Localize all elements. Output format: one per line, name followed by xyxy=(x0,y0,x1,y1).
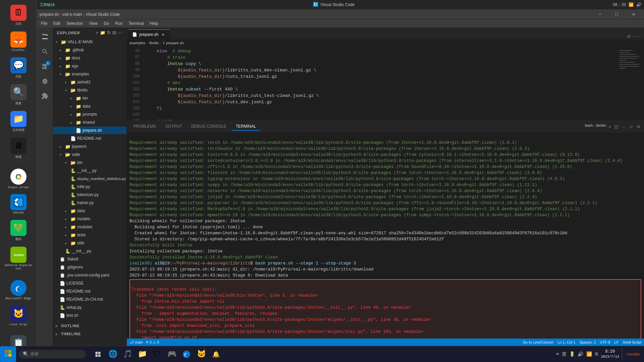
new-terminal-icon[interactable]: + xyxy=(608,123,612,130)
tree-item-pre-commit[interactable]: 📋 .pre-commit-config.yaml xyxy=(53,271,126,279)
menu-go[interactable]: Go xyxy=(101,20,112,26)
taskbar-games[interactable]: 🎮 xyxy=(165,348,178,361)
tree-item-aishell1[interactable]: ▸ 📁 aishell1 xyxy=(53,78,126,86)
terminal-area[interactable]: Requirement already satisfied: torch in … xyxy=(127,132,644,339)
tab-terminal[interactable]: TERMINAL xyxy=(232,123,260,131)
tree-item-prompts[interactable]: ▸ 📁 prompts xyxy=(53,110,126,118)
terminal-more-icon[interactable]: ··· xyxy=(621,123,627,130)
close-button[interactable]: ✕ xyxy=(626,9,641,19)
new-file-icon[interactable]: + xyxy=(96,30,99,35)
status-lang[interactable]: Shell Script xyxy=(623,340,641,344)
tree-item-modules[interactable]: ▸ 📁 modules xyxy=(53,223,126,231)
activity-debug[interactable] xyxy=(38,74,52,88)
tree-item-github[interactable]: ▸ 📁 .github xyxy=(53,46,126,54)
dock-item-terminal[interactable]: 🖥 终端 xyxy=(3,136,34,161)
tree-item-valle-init[interactable]: 🐍 __init__.py xyxy=(53,247,126,255)
breadcrumb-libritts[interactable]: libritts xyxy=(149,41,159,45)
collapse-all-icon[interactable]: ⊟ xyxy=(112,30,116,35)
taskbar-security[interactable]: 🛡 xyxy=(150,348,164,361)
status-errors[interactable]: ✕ 0 ⚠ 0 xyxy=(146,340,159,345)
tree-item-prepare-sh[interactable]: ▸ 📄 prepare.sh xyxy=(53,126,126,134)
tree-item-models[interactable]: ▸ 📁 models xyxy=(53,215,126,223)
tree-item-gitignore[interactable]: 📋 .gitignore xyxy=(53,263,126,271)
taskbar-start-button[interactable] xyxy=(0,346,16,362)
activity-explorer[interactable] xyxy=(38,30,52,44)
split-terminal-icon[interactable]: ⊡ xyxy=(614,123,619,130)
tree-item-tests[interactable]: ▸ 📁 tests xyxy=(53,231,126,239)
tree-item-ljspeech[interactable]: ▸ 📁 ljspeech xyxy=(53,142,126,150)
breadcrumb-examples[interactable]: examples xyxy=(129,41,145,45)
taskbar-edge[interactable]: 🌐 xyxy=(106,348,119,361)
tree-item-examples[interactable]: ▾ 📂 examples xyxy=(53,70,126,78)
breadcrumb-prepare[interactable]: prepare.sh xyxy=(166,41,184,45)
tree-item-libritts[interactable]: ▾ 📂 libritts xyxy=(53,86,126,94)
dock-item-clash[interactable]: 🐱 clash Verge xyxy=(3,304,34,328)
status-spaces[interactable]: Spaces: 2 xyxy=(579,340,596,344)
maximize-button[interactable]: □ xyxy=(609,9,625,19)
tree-item-valle-main[interactable]: ▾ 📂 VALL-E-MAIN xyxy=(53,38,126,46)
tab-debug-console[interactable]: DEBUG CONSOLE xyxy=(187,123,230,131)
more-icon[interactable]: ··· xyxy=(118,30,122,35)
tree-item-egs[interactable]: ▸ 📁 egs xyxy=(53,62,126,70)
menu-help[interactable]: Help xyxy=(147,20,161,26)
maximize-panel-icon[interactable]: ⤢ xyxy=(629,123,634,130)
tree-item-valle[interactable]: ▾ 📂 valle xyxy=(53,150,126,159)
tab-prepare-sh[interactable]: 📄 prepare.sh ✕ xyxy=(128,29,170,39)
menu-edit[interactable]: Edit xyxy=(51,20,63,26)
dock-item-calendar[interactable]: 🗓 日历 xyxy=(3,3,34,28)
taskbar-clash[interactable]: 🐱 xyxy=(195,348,208,361)
more-actions-icon[interactable]: ··· xyxy=(632,34,640,39)
taskbar-file-explorer[interactable]: 📁 xyxy=(136,348,149,361)
tree-item-valle-bin[interactable]: ▾ 📂 bin xyxy=(53,159,126,167)
dock-item-edge[interactable]: Microsoft Edge xyxy=(3,278,34,302)
tree-item-utils[interactable]: ▸ 📁 utils xyxy=(53,239,126,247)
tree-item-docs[interactable]: ▸ 📁 docs xyxy=(53,54,126,62)
taskbar-notification[interactable]: 🔔 xyxy=(209,348,223,361)
dock-item-nvidia[interactable]: NVIDIA GeForce Experience xyxy=(3,245,34,273)
tree-item-license[interactable]: 📄 LICENSE xyxy=(53,279,126,287)
close-panel-icon[interactable]: ✕ xyxy=(636,123,641,130)
activity-source-control[interactable]: 1 xyxy=(38,60,52,73)
tree-item-setup[interactable]: 🐍 setup.py xyxy=(53,303,126,311)
activity-extensions[interactable] xyxy=(38,89,52,103)
status-ln-col[interactable]: Ln 1, Col 1 xyxy=(557,340,575,344)
taskbar-clock[interactable]: 8:20 2023/7/13 xyxy=(601,349,619,359)
taskbar-task-view[interactable] xyxy=(91,348,105,361)
split-editor-icon[interactable]: ⊡ xyxy=(627,34,630,39)
tab-problems[interactable]: PROBLEMS xyxy=(129,123,160,131)
dock-item-chrome[interactable]: Google chrome xyxy=(3,167,34,191)
tray-ime[interactable]: 英 xyxy=(595,352,598,357)
dock-item-vscode[interactable]: VSCode xyxy=(3,192,34,217)
tree-item-readme-cn[interactable]: 📄 README.zh-CN.md xyxy=(53,295,126,303)
status-eol[interactable]: LF xyxy=(614,340,619,344)
timeline-section-header[interactable]: ▸ TIMELINE xyxy=(53,330,126,338)
tree-item-trainer[interactable]: 🐍 trainer.py xyxy=(53,199,126,207)
dock-item-files[interactable]: 📁 文件管理 xyxy=(3,109,34,134)
taskbar-music[interactable]: 🎵 xyxy=(121,348,134,361)
menu-view[interactable]: View xyxy=(86,20,100,26)
new-folder-icon[interactable]: 📁 xyxy=(100,30,106,35)
minimize-button[interactable]: ─ xyxy=(592,9,608,19)
tab-close-prepare[interactable]: ✕ xyxy=(160,32,166,37)
menu-file[interactable]: File xyxy=(38,20,50,26)
status-go-to[interactable]: Go to Line/Column xyxy=(523,340,554,344)
tree-item-shared[interactable]: ▸ 📁 shared xyxy=(53,118,126,126)
activity-search[interactable] xyxy=(38,45,52,58)
status-encoding[interactable]: UTF-8 xyxy=(600,340,610,344)
dock-item-wechat[interactable]: 💚 微信 xyxy=(3,218,34,243)
menu-run[interactable]: Run xyxy=(112,20,125,26)
tree-item-display-manifest[interactable]: 🐍 display_manifest_statistics.py xyxy=(53,175,126,183)
dock-item-firefox[interactable]: 🦊 Firefox xyxy=(3,29,34,54)
menu-selection[interactable]: Selection xyxy=(64,20,86,26)
dock-item-clipboard[interactable]: 📋 剪贴板 xyxy=(3,333,34,346)
tree-item-infer[interactable]: 🐍 infer.py xyxy=(53,183,126,191)
tree-item-examples-readme[interactable]: ▸ 📄 README.md xyxy=(53,134,126,142)
dock-item-search[interactable]: 🔍 搜索 xyxy=(3,82,34,108)
outline-section-header[interactable]: ▸ OUTLINE xyxy=(53,322,126,329)
tree-item-readme[interactable]: 📄 README.md xyxy=(53,287,126,295)
tree-item-testsh[interactable]: 📄 test.sh xyxy=(53,311,126,319)
dock-item-messages[interactable]: 💬 消息 xyxy=(3,55,34,81)
taskbar-search-box[interactable]: 🔍 搜索 xyxy=(19,350,86,358)
tree-item-init-py[interactable]: 🐍 __init__.py xyxy=(53,167,126,175)
taskbar-edge2[interactable] xyxy=(180,348,193,361)
